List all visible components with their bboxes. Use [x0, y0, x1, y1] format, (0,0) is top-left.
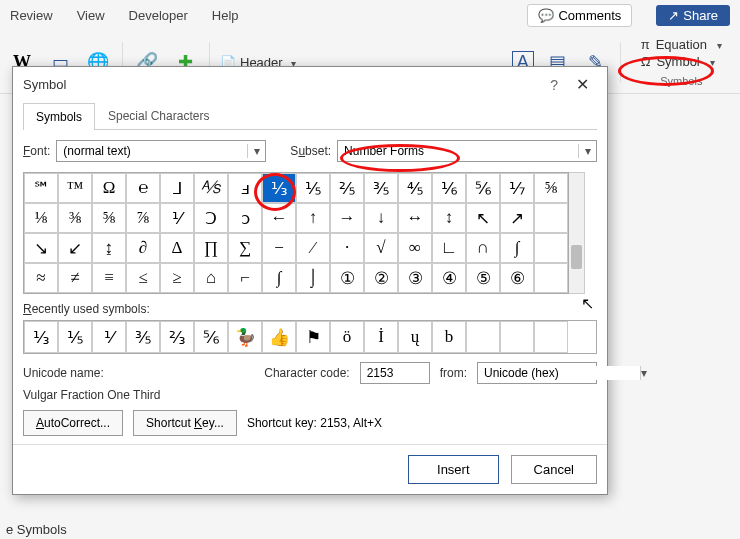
symbol-cell[interactable]: ∂	[126, 233, 160, 263]
symbol-cell[interactable]: ↔	[398, 203, 432, 233]
symbol-cell[interactable]: ∫	[262, 263, 296, 293]
symbol-cell[interactable]: ↓	[364, 203, 398, 233]
recent-symbol-cell[interactable]: ų	[398, 321, 432, 353]
symbol-cell[interactable]: ⅕	[296, 173, 330, 203]
symbol-cell[interactable]: ↖	[466, 203, 500, 233]
symbol-cell[interactable]: ⅜	[58, 203, 92, 233]
symbol-cell[interactable]: ⑤	[466, 263, 500, 293]
symbol-cell[interactable]: →	[330, 203, 364, 233]
recent-symbol-cell[interactable]: ö	[330, 321, 364, 353]
help-button[interactable]: ?	[540, 77, 568, 93]
symbol-cell[interactable]: ②	[364, 263, 398, 293]
symbol-cell[interactable]: ∑	[228, 233, 262, 263]
recent-symbol-cell[interactable]: İ	[364, 321, 398, 353]
recent-symbol-cell[interactable]: ⅚	[194, 321, 228, 353]
symbol-cell[interactable]: ⅓	[262, 173, 296, 203]
symbol-cell[interactable]: ↑	[296, 203, 330, 233]
symbol-cell[interactable]: ↗	[500, 203, 534, 233]
symbol-cell[interactable]: ⅝	[92, 203, 126, 233]
symbol-cell[interactable]	[534, 263, 568, 293]
symbol-cell[interactable]: ⅞	[126, 203, 160, 233]
close-button[interactable]: ✕	[568, 75, 597, 94]
recent-symbol-cell[interactable]: ⅕	[58, 321, 92, 353]
chevron-down-icon[interactable]: ▾	[640, 366, 647, 380]
recent-symbol-cell[interactable]: b	[432, 321, 466, 353]
from-combo[interactable]: ▾	[477, 362, 597, 384]
subset-input[interactable]	[338, 144, 578, 158]
chevron-down-icon[interactable]: ▾	[578, 144, 596, 158]
symbol-cell[interactable]: ↙	[58, 233, 92, 263]
comments-button[interactable]: 💬 Comments	[527, 4, 632, 27]
symbol-cell[interactable]: ≤	[126, 263, 160, 293]
tab-view[interactable]: View	[77, 8, 105, 23]
tab-review[interactable]: Review	[10, 8, 53, 23]
symbol-cell[interactable]: Ω	[92, 173, 126, 203]
symbol-cell[interactable]: ④	[432, 263, 466, 293]
share-button[interactable]: ↗ Share	[656, 5, 730, 26]
tab-help[interactable]: Help	[212, 8, 239, 23]
symbol-cell[interactable]: ⌂	[194, 263, 228, 293]
scrollbar-thumb[interactable]	[571, 245, 582, 269]
symbol-cell[interactable]: ∕	[296, 233, 330, 263]
symbol-cell[interactable]: ⅙	[432, 173, 466, 203]
recent-symbol-cell[interactable]: ⚑	[296, 321, 330, 353]
symbol-cell[interactable]: ⅟	[160, 203, 194, 233]
symbol-cell[interactable]: ⅛	[24, 203, 58, 233]
symbol-cell[interactable]: √	[364, 233, 398, 263]
insert-button[interactable]: Insert	[408, 455, 499, 484]
tab-symbols[interactable]: Symbols	[23, 103, 95, 130]
symbol-cell[interactable]: ∟	[432, 233, 466, 263]
symbol-cell[interactable]: ≡	[92, 263, 126, 293]
symbol-cell[interactable]: ∙	[330, 233, 364, 263]
recent-symbol-cell[interactable]: ⅗	[126, 321, 160, 353]
symbol-cell[interactable]: ™	[58, 173, 92, 203]
symbol-cell[interactable]: ←	[262, 203, 296, 233]
symbol-cell[interactable]: ∏	[194, 233, 228, 263]
symbol-cell[interactable]: ⑥	[500, 263, 534, 293]
font-combo[interactable]: ▾	[56, 140, 266, 162]
symbol-cell[interactable]: ⅗	[364, 173, 398, 203]
shortcut-key-button[interactable]: Shortcut Key...	[133, 410, 237, 436]
symbol-cell[interactable]: ∩	[466, 233, 500, 263]
symbol-cell[interactable]: ∞	[398, 233, 432, 263]
recent-symbol-cell[interactable]: ⅟	[92, 321, 126, 353]
equation-button[interactable]: π Equation	[641, 37, 722, 52]
chevron-down-icon[interactable]: ▾	[247, 144, 265, 158]
recent-symbol-cell[interactable]	[534, 321, 568, 353]
tab-developer[interactable]: Developer	[129, 8, 188, 23]
grid-scrollbar[interactable]	[569, 172, 585, 294]
autocorrect-button[interactable]: AutoCorrect...	[23, 410, 123, 436]
symbol-cell[interactable]: ≠	[58, 263, 92, 293]
symbol-cell[interactable]: ≥	[160, 263, 194, 293]
symbol-cell[interactable]: ⅝	[534, 173, 568, 203]
subset-combo[interactable]: ▾	[337, 140, 597, 162]
symbol-cell[interactable]: ℠	[24, 173, 58, 203]
symbol-cell[interactable]: −	[262, 233, 296, 263]
symbol-cell[interactable]: ⅐	[500, 173, 534, 203]
from-input[interactable]	[478, 366, 640, 380]
symbol-cell[interactable]: ⅍	[194, 173, 228, 203]
symbol-cell[interactable]: ↕	[432, 203, 466, 233]
recent-symbol-cell[interactable]: ⅓	[24, 321, 58, 353]
symbol-cell[interactable]: ①	[330, 263, 364, 293]
symbol-cell[interactable]: ℮	[126, 173, 160, 203]
symbol-cell[interactable]: Δ	[160, 233, 194, 263]
symbol-cell[interactable]: ↄ	[228, 203, 262, 233]
symbol-cell[interactable]: ⅃	[160, 173, 194, 203]
symbol-cell[interactable]	[534, 203, 568, 233]
charcode-input[interactable]	[360, 362, 430, 384]
symbol-cell[interactable]: ⅖	[330, 173, 364, 203]
symbol-cell[interactable]: ↘	[24, 233, 58, 263]
recent-symbol-cell[interactable]: ⅔	[160, 321, 194, 353]
symbol-button[interactable]: Ω Symbol	[641, 54, 722, 69]
symbol-cell[interactable]: ≈	[24, 263, 58, 293]
recent-symbol-cell[interactable]: 🦆	[228, 321, 262, 353]
recent-symbol-cell[interactable]	[466, 321, 500, 353]
symbol-cell[interactable]: ∫	[500, 233, 534, 263]
tab-special-characters[interactable]: Special Characters	[95, 102, 222, 129]
symbol-cell[interactable]: Ↄ	[194, 203, 228, 233]
symbol-cell[interactable]: ⅘	[398, 173, 432, 203]
recent-symbol-cell[interactable]	[500, 321, 534, 353]
symbol-cell[interactable]: ⌐	[228, 263, 262, 293]
recent-symbol-cell[interactable]: 👍	[262, 321, 296, 353]
